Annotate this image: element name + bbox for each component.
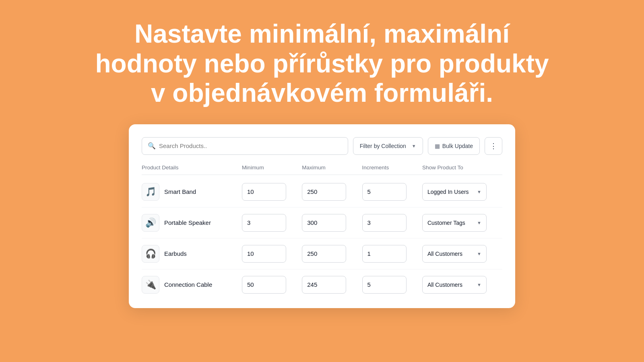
max-input[interactable]: [302, 276, 346, 294]
inc-cell: [362, 183, 422, 201]
inc-input[interactable]: [362, 245, 407, 263]
max-cell: [302, 214, 362, 232]
bulk-label: Bulk Update: [442, 143, 473, 149]
inc-cell: [362, 214, 422, 232]
toolbar: 🔍 Filter by Collection ▼ ▦ Bulk Update ⋮: [142, 137, 502, 155]
product-name: Portable Speaker: [164, 219, 211, 226]
min-input[interactable]: [242, 245, 286, 263]
hero-heading: Nastavte minimální, maximální hodnoty ne…: [0, 0, 644, 124]
min-cell: [242, 183, 302, 201]
search-wrap: 🔍: [142, 137, 348, 155]
product-cell: 🎧 Earbuds: [142, 245, 242, 263]
dropdown-chevron-icon: ▼: [477, 189, 481, 194]
show-to-value: All Customers: [427, 282, 462, 288]
product-cell: 🔊 Portable Speaker: [142, 214, 242, 232]
table-row: 🔌 Connection Cable All Customers ▼: [142, 269, 502, 300]
bulk-update-button[interactable]: ▦ Bulk Update: [428, 137, 480, 155]
show-to-value: Logged In Users: [427, 189, 469, 195]
table-row: 🎧 Earbuds All Customers ▼: [142, 239, 502, 269]
max-cell: [302, 245, 362, 263]
product-image: 🔊: [142, 214, 159, 232]
header-show-to: Show Product To: [422, 165, 502, 171]
show-to-dropdown[interactable]: Customer Tags ▼: [422, 214, 487, 232]
table-row: 🎵 Smart Band Logged In Users ▼: [142, 177, 502, 208]
table-header: Product Details Minimum Maximum Incremen…: [142, 165, 502, 175]
show-to-dropdown[interactable]: All Customers ▼: [422, 276, 487, 294]
max-cell: [302, 276, 362, 294]
product-name: Smart Band: [164, 188, 196, 195]
filter-label: Filter by Collection: [360, 143, 406, 149]
inc-cell: [362, 276, 422, 294]
max-input[interactable]: [302, 183, 346, 201]
dropdown-chevron-icon: ▼: [477, 251, 481, 256]
min-cell: [242, 276, 302, 294]
dropdown-chevron-icon: ▼: [477, 282, 481, 287]
search-input[interactable]: [159, 142, 342, 149]
min-input[interactable]: [242, 214, 286, 232]
grid-icon: ▦: [435, 143, 440, 149]
product-name: Connection Cable: [164, 281, 212, 288]
product-cell: 🎵 Smart Band: [142, 183, 242, 201]
show-to-value: All Customers: [427, 251, 462, 257]
product-image: 🔌: [142, 276, 159, 294]
show-to-cell: Customer Tags ▼: [422, 214, 502, 232]
inc-input[interactable]: [362, 214, 407, 232]
header-minimum: Minimum: [242, 165, 302, 171]
inc-input[interactable]: [362, 183, 407, 201]
more-options-button[interactable]: ⋮: [485, 137, 502, 155]
min-input[interactable]: [242, 183, 286, 201]
product-image: 🎵: [142, 183, 159, 201]
dropdown-chevron-icon: ▼: [477, 220, 481, 225]
inc-cell: [362, 245, 422, 263]
search-icon: 🔍: [148, 142, 156, 150]
filter-button[interactable]: Filter by Collection ▼: [353, 137, 423, 155]
min-cell: [242, 214, 302, 232]
product-cell: 🔌 Connection Cable: [142, 276, 242, 294]
show-to-dropdown[interactable]: All Customers ▼: [422, 245, 487, 263]
min-cell: [242, 245, 302, 263]
show-to-cell: All Customers ▼: [422, 245, 502, 263]
table-body: 🎵 Smart Band Logged In Users ▼ 🔊 Portabl…: [142, 177, 502, 300]
filter-chevron-icon: ▼: [412, 144, 416, 148]
header-maximum: Maximum: [302, 165, 362, 171]
inc-input[interactable]: [362, 276, 407, 294]
main-card: 🔍 Filter by Collection ▼ ▦ Bulk Update ⋮…: [129, 124, 515, 308]
show-to-value: Customer Tags: [427, 220, 465, 226]
min-input[interactable]: [242, 276, 286, 294]
header-increments: Increments: [362, 165, 422, 171]
product-image: 🎧: [142, 245, 159, 263]
table-row: 🔊 Portable Speaker Customer Tags ▼: [142, 208, 502, 239]
header-product: Product Details: [142, 165, 242, 171]
show-to-cell: Logged In Users ▼: [422, 183, 502, 201]
show-to-dropdown[interactable]: Logged In Users ▼: [422, 183, 487, 201]
ellipsis-icon: ⋮: [490, 142, 497, 150]
max-input[interactable]: [302, 214, 346, 232]
max-cell: [302, 183, 362, 201]
max-input[interactable]: [302, 245, 346, 263]
show-to-cell: All Customers ▼: [422, 276, 502, 294]
product-name: Earbuds: [164, 250, 187, 257]
